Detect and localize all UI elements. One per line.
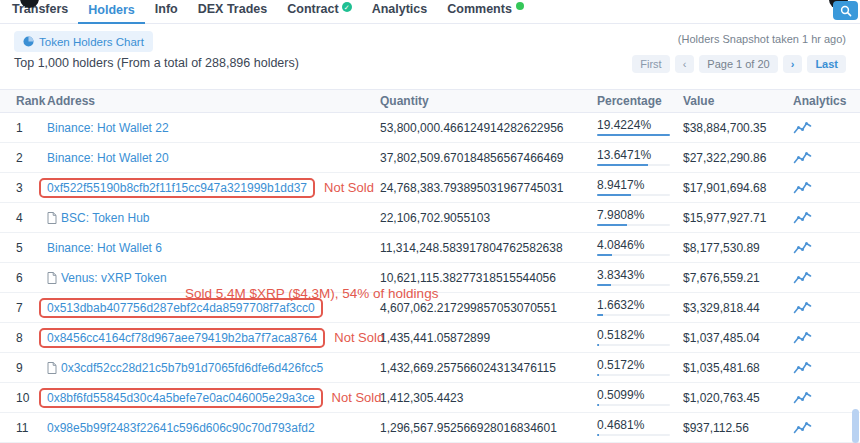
analytics-chart-icon[interactable]	[793, 121, 812, 135]
analytics-cell	[793, 151, 860, 165]
analytics-chart-icon[interactable]	[793, 271, 812, 285]
chevron-left-icon: ‹	[683, 58, 687, 70]
analytics-chart-icon[interactable]	[793, 211, 812, 225]
percentage-bar-fill	[597, 224, 627, 226]
analytics-chart-icon[interactable]	[793, 391, 812, 405]
sold-annotation: Sold 5.4M $XRP ($4.3M), 54% of holdings	[185, 287, 438, 301]
search-button[interactable]	[833, 1, 858, 20]
analytics-chart-icon[interactable]	[793, 421, 812, 435]
address-link[interactable]: 0x8456cc4164cf78d967aee79419b2ba7f7aca87…	[39, 328, 325, 348]
address-link[interactable]: Binance: Hot Wallet 22	[47, 121, 169, 135]
percentage-bar	[597, 284, 670, 286]
analytics-cell	[793, 421, 860, 435]
percentage-value: 3.8343%	[597, 269, 683, 281]
table-row: 4 BSC: Token Hub 22,106,702.9055103 7.98…	[0, 203, 860, 233]
percentage-value: 1.6632%	[597, 299, 683, 311]
analytics-chart-icon[interactable]	[793, 301, 812, 315]
pie-chart-icon	[23, 36, 34, 47]
percentage-cell: 13.6471%	[597, 149, 683, 166]
percentage-bar	[597, 344, 670, 346]
percentage-cell: 4.0846%	[597, 239, 683, 256]
percentage-cell: 0.4681%	[597, 419, 683, 436]
percentage-value: 7.9808%	[597, 209, 683, 221]
address-cell: 0x8bf6fd55845d30c4a5befe7e0ac046005e29a3…	[47, 388, 380, 408]
tab-transfers[interactable]: Transfers	[2, 0, 78, 23]
column-header-value: Value	[683, 94, 793, 108]
percentage-cell: 8.9417%	[597, 179, 683, 196]
tab-contract[interactable]: Contract✓	[277, 0, 361, 23]
tab-holders[interactable]: Holders	[78, 0, 145, 24]
quantity-cell: 24,768,383.793895031967745031	[380, 181, 597, 195]
pagination-page-indicator: Page 1 of 20	[699, 55, 777, 73]
value-cell: $1,020,763.45	[683, 391, 793, 405]
address-cell: Binance: Hot Wallet 20	[47, 151, 380, 165]
analytics-chart-icon[interactable]	[793, 361, 812, 375]
table-body: 1 Binance: Hot Wallet 22 53,800,000.4661…	[0, 113, 860, 443]
percentage-bar-fill	[597, 434, 599, 436]
tab-comments[interactable]: Comments	[437, 0, 534, 23]
snapshot-note: (Holders Snapshot taken 1 hr ago)	[678, 33, 846, 45]
analytics-chart-icon[interactable]	[793, 151, 812, 165]
pagination-last-button[interactable]: Last	[807, 55, 846, 73]
not-sold-annotation: Not Sold	[332, 390, 382, 405]
address-cell: Binance: Hot Wallet 22	[47, 121, 380, 135]
percentage-bar	[597, 434, 670, 436]
table-row: 11 0x98e5b99f2483f22641c596d606c90c70d79…	[0, 413, 860, 443]
tab-info[interactable]: Info	[145, 0, 188, 23]
analytics-chart-icon[interactable]	[793, 181, 812, 195]
value-cell: $38,884,700.35	[683, 121, 793, 135]
tab-analytics[interactable]: Analytics	[362, 0, 438, 23]
token-holders-chart-label: Token Holders Chart	[39, 36, 144, 48]
analytics-cell	[793, 121, 860, 135]
address-link[interactable]: Venus: vXRP Token	[61, 271, 167, 285]
percentage-value: 4.0846%	[597, 239, 683, 251]
vertical-scrollbar-thumb[interactable]	[852, 409, 859, 443]
analytics-chart-icon[interactable]	[793, 331, 812, 345]
address-link[interactable]: Binance: Hot Wallet 6	[47, 241, 162, 255]
verified-check-icon: ✓	[342, 2, 352, 12]
address-link[interactable]: 0x3cdf52cc28d21c5b7b91d7065fd6dfe6d426fc…	[61, 361, 323, 375]
percentage-cell: 7.9808%	[597, 209, 683, 226]
tab-label: DEX Trades	[198, 2, 267, 16]
rank-cell: 2	[16, 151, 47, 165]
percentage-bar	[597, 134, 670, 136]
column-header-percentage: Percentage	[597, 94, 683, 108]
percentage-cell: 1.6632%	[597, 299, 683, 316]
address-cell: Binance: Hot Wallet 6	[47, 241, 380, 255]
address-link[interactable]: 0x8bf6fd55845d30c4a5befe7e0ac046005e29a3…	[39, 388, 323, 408]
tab-label: Info	[155, 2, 178, 16]
percentage-cell: 0.5099%	[597, 389, 683, 406]
pagination-prev-button[interactable]: ‹	[675, 55, 695, 73]
address-link[interactable]: Binance: Hot Wallet 20	[47, 151, 169, 165]
quantity-cell: 53,800,000.466124914282622956	[380, 121, 597, 135]
address-cell: 0xf522f55190b8cfb2f11f15cc947a321999b1dd…	[47, 178, 380, 198]
table-row: 8 0x8456cc4164cf78d967aee79419b2ba7f7aca…	[0, 323, 860, 353]
percentage-cell: 0.5182%	[597, 329, 683, 346]
tab-bar: TransfersHoldersInfoDEX TradesContract✓A…	[0, 0, 860, 24]
quantity-cell: 37,802,509.670184856567466469	[380, 151, 597, 165]
tab-dex-trades[interactable]: DEX Trades	[188, 0, 277, 23]
address-cell: Venus: vXRP Token	[47, 271, 380, 285]
table-row: 2 Binance: Hot Wallet 20 37,802,509.6701…	[0, 143, 860, 173]
percentage-bar-fill	[597, 284, 611, 286]
percentage-value: 0.4681%	[597, 419, 683, 431]
address-link[interactable]: 0xf522f55190b8cfb2f11f15cc947a321999b1dd…	[39, 178, 315, 198]
pagination-first-button[interactable]: First	[632, 55, 669, 73]
pagination: First ‹ Page 1 of 20 › Last	[632, 55, 846, 73]
value-cell: $8,177,530.89	[683, 241, 793, 255]
analytics-cell	[793, 211, 860, 225]
value-cell: $15,977,927.71	[683, 211, 793, 225]
percentage-bar-fill	[597, 194, 631, 196]
address-cell: BSC: Token Hub	[47, 211, 380, 225]
token-holders-chart-button[interactable]: Token Holders Chart	[14, 31, 153, 52]
search-icon	[840, 5, 852, 17]
rank-cell: 1	[16, 121, 47, 135]
table-row: 10 0x8bf6fd55845d30c4a5befe7e0ac046005e2…	[0, 383, 860, 413]
analytics-chart-icon[interactable]	[793, 241, 812, 255]
address-link[interactable]: 0x98e5b99f2483f22641c596d606c90c70d793af…	[47, 421, 315, 435]
table-row: 9 0x3cdf52cc28d21c5b7b91d7065fd6dfe6d426…	[0, 353, 860, 383]
percentage-value: 8.9417%	[597, 179, 683, 191]
pagination-next-button[interactable]: ›	[783, 55, 803, 73]
address-link[interactable]: BSC: Token Hub	[61, 211, 150, 225]
analytics-cell	[793, 331, 860, 345]
